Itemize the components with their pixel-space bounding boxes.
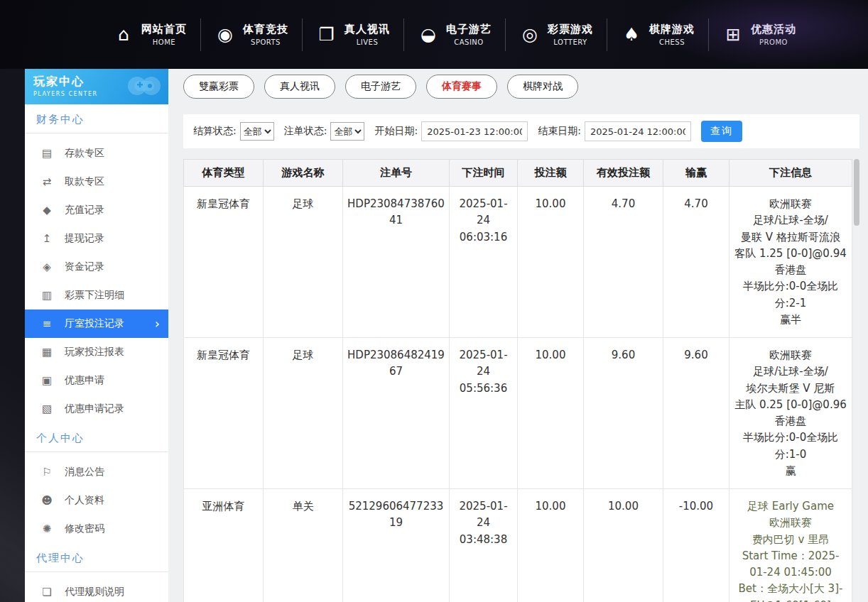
sidebar-item-change-password[interactable]: ✺ 修改密码 — [25, 515, 168, 543]
settle-status-label: 结算状态: — [193, 125, 237, 138]
table-row: 亚洲体育 单关 5212960647723319 2025-01-24 03:4… — [184, 489, 852, 602]
sidebar-item-profile[interactable]: ☻ 个人资料 — [25, 486, 168, 515]
sidebar-item-label: 提现记录 — [65, 232, 104, 245]
start-date-label: 开始日期: — [374, 125, 418, 138]
cell-win-loss: 9.60 — [663, 338, 729, 489]
nav-item-chess[interactable]: ♠ 棋牌游戏CHESS — [607, 18, 708, 51]
sidebar-item-recharge-records[interactable]: ◆ 充值记录 — [25, 196, 168, 224]
promo-apply-icon: ▣ — [40, 376, 53, 386]
nav-item-lottery[interactable]: ◎ 彩票游戏LOTTERY — [505, 18, 607, 51]
cell-bet-amount: 10.00 — [518, 489, 584, 602]
cell-order-no: HDP2308648241967 — [343, 338, 450, 489]
settle-status-select[interactable]: 全部 — [240, 122, 274, 141]
sidebar-item-label: 充值记录 — [65, 204, 104, 217]
sports-icon: ◉ — [215, 26, 236, 43]
cell-valid-amount: 4.70 — [584, 187, 663, 338]
sidebar-item-label: 修改密码 — [65, 522, 104, 535]
sidebar-item-deposit[interactable]: ▤ 存款专区 — [25, 139, 168, 168]
scrollbar-thumb[interactable] — [854, 159, 859, 226]
document-icon: ❏ — [40, 587, 53, 598]
promo-records-icon: ▧ — [40, 404, 53, 415]
nav-item-lives[interactable]: ❐ 真人视讯LIVES — [302, 18, 403, 51]
sidebar-item-label: 优惠申请记录 — [65, 403, 124, 415]
cell-bet-amount: 10.00 — [518, 187, 584, 338]
gamepad-icon — [124, 72, 163, 100]
order-status-label: 注单状态: — [284, 125, 327, 138]
sidebar-item-label: 个人资料 — [65, 494, 104, 507]
nav-label-en: PROMO — [759, 38, 788, 46]
tab-electronic-games[interactable]: 电子游艺 — [345, 75, 416, 99]
recharge-icon: ◆ — [40, 205, 53, 216]
cell-valid-amount: 9.60 — [584, 338, 663, 489]
withdraw-icon: ⇄ — [40, 177, 53, 187]
nav-item-home[interactable]: ⌂ 网站首页HOME — [99, 18, 200, 51]
cell-bet-amount: 10.00 — [518, 338, 584, 489]
nav-label-zh: 优惠活动 — [751, 23, 796, 36]
sidebar-item-announcements[interactable]: ⚐ 消息公告 — [25, 458, 168, 486]
sidebar-item-funds-records[interactable]: ◈ 资金记录 — [25, 253, 168, 281]
sidebar: 玩家中心 PLAYERS CENTER 财务中心 ▤ 存款专区 ⇄ 取款专区 ◆… — [25, 69, 168, 602]
cell-game-name: 单关 — [264, 489, 343, 602]
tab-chess-battle[interactable]: 棋牌对战 — [507, 75, 578, 99]
col-header-sport-type: 体育类型 — [184, 160, 264, 187]
gear-icon: ✺ — [40, 524, 53, 535]
nav-label-en: CASINO — [454, 38, 483, 46]
main-content: 雙赢彩票 真人视讯 电子游艺 体育赛事 棋牌对战 结算状态: 全部 注单状态: … — [168, 69, 868, 602]
sidebar-item-label: 取款专区 — [65, 175, 104, 188]
cell-bet-time: 2025-01-24 05:56:36 — [450, 338, 518, 489]
lottery-detail-icon: ▥ — [40, 290, 53, 301]
search-button[interactable]: 查询 — [701, 121, 742, 142]
sidebar-item-agent-rules[interactable]: ❏ 代理规则说明 — [25, 578, 168, 602]
sidebar-item-label: 消息公告 — [65, 466, 104, 478]
nav-label-zh: 棋牌游戏 — [649, 23, 695, 36]
cell-sport-type: 亚洲体育 — [184, 489, 264, 602]
nav-label-zh: 网站首页 — [141, 23, 187, 36]
col-header-win-loss: 输赢 — [663, 160, 729, 187]
sidebar-header: 玩家中心 PLAYERS CENTER — [25, 69, 168, 104]
nav-item-casino[interactable]: ◒ 电子游艺CASINO — [403, 18, 505, 51]
sidebar-item-cashout-records[interactable]: ↥ 提现记录 — [25, 224, 168, 253]
page: ⌂ 网站首页HOME ◉ 体育竞技SPORTS ❐ 真人视讯LIVES ◒ 电子… — [0, 0, 868, 602]
nav-label-en: CHESS — [659, 38, 685, 46]
tab-double-win-lottery[interactable]: 雙赢彩票 — [183, 75, 254, 99]
end-date-input[interactable] — [585, 121, 691, 141]
bets-table-container: 体育类型 游戏名称 注单号 下注时间 投注额 有效投注额 输赢 下注信息 新皇冠… — [183, 159, 852, 602]
report-icon: ▦ — [40, 347, 53, 358]
tab-live-video[interactable]: 真人视讯 — [264, 75, 335, 99]
cell-win-loss: -10.00 — [663, 489, 729, 602]
order-status-select[interactable]: 全部 — [330, 122, 364, 141]
home-icon: ⌂ — [113, 26, 134, 43]
sidebar-item-player-bet-report[interactable]: ▦ 玩家投注报表 — [25, 338, 168, 366]
sidebar-item-promo-apply[interactable]: ▣ 优惠申请 — [25, 366, 168, 395]
funds-icon: ◈ — [40, 262, 53, 273]
nav-item-sports[interactable]: ◉ 体育竞技SPORTS — [200, 18, 302, 51]
col-header-game-name: 游戏名称 — [264, 160, 343, 187]
gift-icon: ⊞ — [722, 26, 744, 43]
sidebar-item-label: 玩家投注报表 — [65, 346, 124, 359]
sidebar-item-withdraw[interactable]: ⇄ 取款专区 — [25, 168, 168, 196]
sidebar-item-lottery-bet-detail[interactable]: ▥ 彩票下注明细 — [25, 281, 168, 310]
section-title-agent: 代理中心 — [25, 543, 168, 572]
sidebar-item-label: 存款专区 — [65, 147, 104, 160]
nav-label-zh: 电子游艺 — [446, 23, 492, 36]
col-header-bet-info: 下注信息 — [729, 160, 852, 187]
sidebar-item-hall-bet-records[interactable]: ≡ 厅室投注记录 › — [25, 310, 168, 338]
sidebar-item-promo-apply-records[interactable]: ▧ 优惠申请记录 — [25, 395, 168, 423]
nav-item-promo[interactable]: ⊞ 优惠活动PROMO — [708, 18, 810, 51]
start-date-input[interactable] — [421, 121, 528, 141]
nav-label-zh: 真人视讯 — [345, 23, 390, 36]
col-header-valid-amount: 有效投注额 — [584, 160, 663, 187]
filter-bar: 结算状态: 全部 注单状态: 全部 开始日期: 结束日期: 查询 — [183, 114, 859, 148]
casino-icon: ◒ — [418, 26, 439, 43]
cell-valid-amount: 10.00 — [584, 489, 663, 602]
chevron-right-icon: › — [155, 317, 160, 330]
nav-label-zh: 彩票游戏 — [548, 23, 593, 36]
sidebar-item-label: 代理规则说明 — [65, 586, 124, 598]
table-row: 新皇冠体育 足球 HDP2308648241967 2025-01-24 05:… — [184, 338, 852, 489]
nav-label-en: LOTTERY — [553, 38, 587, 46]
nav-label-zh: 体育竞技 — [243, 23, 288, 36]
tab-sports-events[interactable]: 体育赛事 — [426, 75, 497, 99]
cell-sport-type: 新皇冠体育 — [184, 187, 264, 338]
cell-bet-time: 2025-01-24 06:03:16 — [450, 187, 518, 338]
table-scrollbar[interactable] — [854, 159, 859, 602]
